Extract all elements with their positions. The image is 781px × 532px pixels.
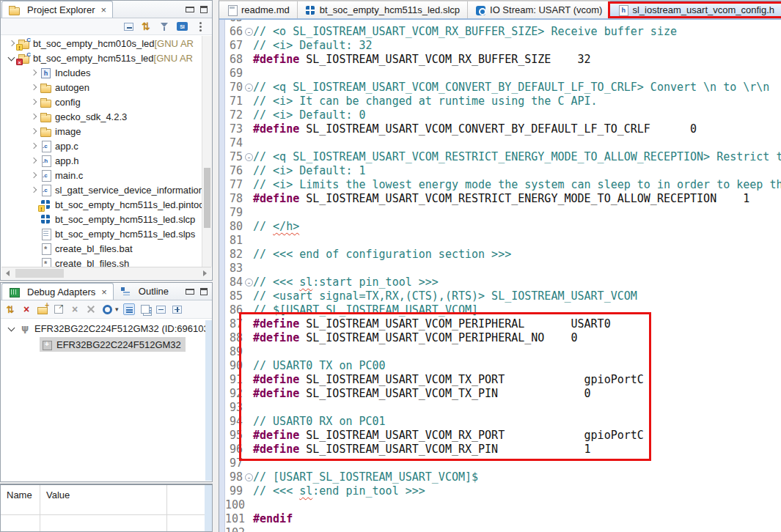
package-icon[interactable]: SI [177, 22, 188, 31]
expand-all-icon[interactable] [172, 303, 183, 315]
line-number[interactable]: 99 [225, 484, 244, 498]
fold-marker[interactable]: - [244, 25, 253, 39]
tree-item-autogen[interactable]: autogen [1, 80, 211, 95]
chevron-right-icon[interactable] [28, 155, 40, 166]
close-icon[interactable]: × [100, 4, 106, 15]
fold-collapse-icon[interactable]: - [245, 473, 253, 481]
line-number[interactable]: 78 [225, 192, 244, 206]
line-number[interactable]: 80 [225, 220, 244, 234]
tree-item-Includes[interactable]: Includes [1, 65, 211, 80]
line-number[interactable]: 97 [225, 457, 244, 470]
tree-item-bt_soc_empty_hcm511s_led.slps[interactable]: bt_soc_empty_hcm511s_led.slps [1, 226, 211, 241]
line-number[interactable]: 79 [225, 206, 244, 220]
column-header-name[interactable]: Name [7, 489, 32, 500]
line-number[interactable]: 73 [225, 122, 244, 136]
tree-item-gecko_sdk_4.2.3[interactable]: gecko_sdk_4.2.3 [1, 109, 211, 124]
code-line-82[interactable]: 82// <<< end of configuration section >>… [219, 248, 781, 262]
code-line-79[interactable]: 79 [219, 206, 781, 220]
delete-icon[interactable]: × [69, 303, 81, 315]
column-divider[interactable] [40, 485, 40, 531]
line-number[interactable]: 82 [225, 248, 244, 262]
code-line-97[interactable]: 97 [219, 457, 781, 470]
line-number[interactable]: 85 [225, 289, 244, 303]
line-number[interactable]: 87 [225, 317, 244, 331]
chevron-right-icon[interactable] [28, 67, 40, 78]
line-number[interactable]: 101 [225, 512, 244, 526]
panel-sash[interactable] [213, 0, 219, 532]
line-number[interactable]: 95 [225, 429, 244, 443]
code-line-87[interactable]: 87#define SL_IOSTREAM_USART_VCOM_PERIPHE… [219, 317, 781, 331]
view-menu-icon[interactable] [194, 21, 206, 32]
tree-item-bt_soc_empty_hcm010s_led[interactable]: C!bt_soc_empty_hcm010s_led [GNU AR [1, 36, 211, 51]
code-line-84[interactable]: 84-// <<< sl:start pin_tool >>> [219, 276, 781, 289]
tree-item-create_bl_files.bat[interactable]: create_bl_files.bat [1, 241, 211, 256]
scroll-right-icon[interactable] [199, 267, 211, 279]
tree-item-app.h[interactable]: app.h [1, 153, 211, 168]
line-number[interactable]: 98 [225, 470, 244, 484]
column-header-value[interactable]: Value [46, 489, 70, 500]
tree-item-app.c[interactable]: app.c [1, 138, 211, 153]
line-number[interactable]: 70 [225, 81, 244, 95]
collapse-all-icon[interactable] [155, 303, 167, 315]
line-number[interactable]: 93 [225, 401, 244, 415]
line-number[interactable]: 77 [225, 178, 244, 192]
column-divider[interactable] [166, 485, 167, 531]
fold-marker[interactable]: - [244, 81, 253, 95]
line-number[interactable]: 72 [225, 108, 244, 122]
line-number[interactable]: 74 [225, 136, 244, 150]
disconnect-icon[interactable]: × [21, 303, 32, 315]
line-number[interactable]: 89 [225, 345, 244, 359]
chevron-right-icon[interactable] [28, 184, 40, 196]
code-line-70[interactable]: 70-// <q SL_IOSTREAM_USART_VCOM_CONVERT_… [219, 81, 781, 95]
code-line-89[interactable]: 89 [219, 345, 781, 359]
line-number[interactable]: 86 [225, 303, 244, 317]
project-explorer-vertical-scrollbar[interactable] [202, 36, 212, 267]
tab-outline[interactable]: Outline [114, 283, 175, 300]
debug-adapter-item[interactable]: EFR32BG22C224F512GM32 [1, 336, 211, 352]
line-number[interactable]: 91 [225, 373, 244, 387]
editor-tab-IO Stream: USART (vcom)[interactable]: IO Stream: USART (vcom) [468, 1, 610, 18]
gear-dropdown-icon[interactable]: ▾ [115, 306, 119, 313]
code-line-100[interactable]: 100 [219, 498, 781, 512]
line-number[interactable]: 68 [225, 53, 244, 67]
editor-tab-readme.md[interactable]: readme.md [219, 1, 298, 18]
code-line-74[interactable]: 74 [219, 136, 781, 150]
fold-collapse-icon[interactable]: - [245, 153, 253, 161]
editor-tab-bt_soc_empty_hcm511s_led.slcp[interactable]: bt_soc_empty_hcm511s_led.slcp [298, 1, 468, 18]
chevron-right-icon[interactable] [28, 111, 40, 122]
maximize-icon[interactable] [200, 288, 208, 295]
line-number[interactable]: 75 [225, 150, 244, 164]
code-line-71[interactable]: 71// <i> It can be changed at runtime us… [219, 95, 781, 108]
code-line-90[interactable]: 90// USART0 TX on PC00 [219, 359, 781, 373]
chevron-down-icon[interactable] [6, 322, 18, 334]
code-line-67[interactable]: 67// <i> Default: 32 [219, 39, 781, 53]
close-icon[interactable]: × [101, 287, 107, 298]
view-flat-icon[interactable] [123, 303, 135, 315]
filter-icon[interactable] [158, 21, 170, 32]
line-number[interactable]: 102 [225, 526, 244, 532]
chevron-right-icon[interactable] [28, 96, 40, 108]
debug-adapter-item[interactable]: EFR32BG22C224F512GM32 (ID:69610348) [1, 320, 211, 336]
code-editor[interactable]: 6566-// <o SL_IOSTREAM_USART_VCOM_RX_BUF… [219, 20, 781, 532]
properties-scrollbar[interactable] [205, 485, 212, 531]
code-line-83[interactable]: 83 [219, 262, 781, 276]
line-number[interactable]: 90 [225, 359, 244, 373]
code-line-102[interactable]: 102 [219, 526, 781, 532]
line-number[interactable]: 76 [225, 164, 244, 178]
code-line-68[interactable]: 68#define SL_IOSTREAM_USART_VCOM_RX_BUFF… [219, 53, 781, 67]
code-line-77[interactable]: 77// <i> Limits the lowest energy mode t… [219, 178, 781, 192]
tree-item-bt_soc_empty_hcm511s_led.slcp[interactable]: bt_soc_empty_hcm511s_led.slcp [1, 212, 211, 226]
code-line-92[interactable]: 92#define SL_IOSTREAM_USART_VCOM_TX_PIN … [219, 387, 781, 401]
view-hierarchy-icon[interactable] [139, 303, 151, 315]
code-line-80[interactable]: 80// </h> [219, 220, 781, 234]
chevron-right-icon[interactable] [28, 125, 40, 137]
line-number[interactable]: 69 [225, 67, 244, 81]
code-line-76[interactable]: 76// <i> Default: 1 [219, 164, 781, 178]
code-line-65[interactable]: 65 [219, 20, 781, 25]
code-line-85[interactable]: 85// <usart signal=TX,RX,(CTS),(RTS)> SL… [219, 289, 781, 303]
code-line-93[interactable]: 93 [219, 401, 781, 415]
code-line-96[interactable]: 96#define SL_IOSTREAM_USART_VCOM_RX_PIN … [219, 443, 781, 457]
debug-adapters-scrollbar[interactable] [205, 320, 212, 481]
tab-project-explorer[interactable]: Project Explorer × [1, 1, 113, 18]
tab-debug-adapters[interactable]: Debug Adapters × [1, 283, 114, 300]
